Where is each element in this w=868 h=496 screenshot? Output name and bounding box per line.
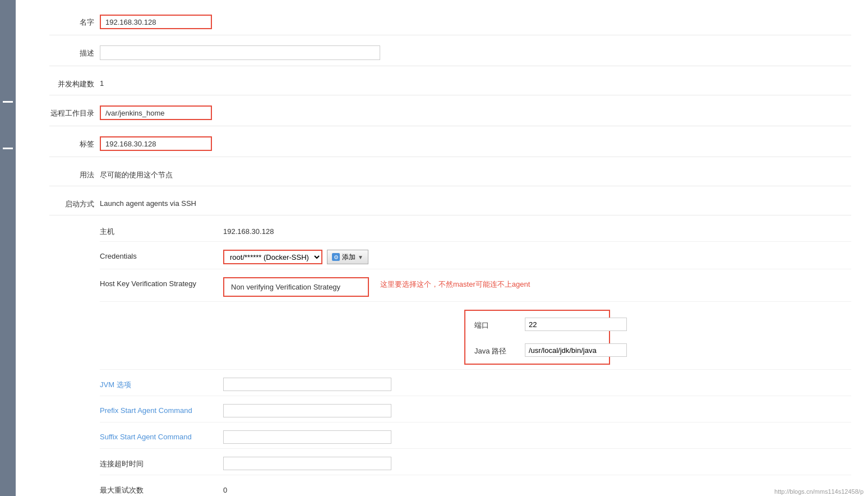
tags-row: 标签 [49, 133, 851, 157]
concurrent-builds-value: 1 [100, 76, 851, 88]
name-value [100, 15, 851, 29]
url-bar: http://blogs.cn/mms114s12458/p [770, 487, 868, 496]
name-row: 名字 [49, 11, 851, 35]
description-row: 描述 [49, 42, 851, 66]
remote-workdir-value [100, 105, 851, 120]
launch-method-text: Launch agent agents via SSH [100, 196, 196, 208]
name-label: 名字 [49, 15, 100, 27]
credentials-row: Credentials root/****** (Docker-SSH) ⚙ 添… [100, 247, 851, 269]
dropdown-arrow-icon: ▼ [358, 254, 363, 260]
sidebar-toggle-2[interactable] [3, 148, 13, 149]
usage-text: 尽可能的使用这个节点 [100, 167, 173, 180]
suffix-command-row: Suffix Start Agent Command [100, 428, 851, 449]
launch-method-label: 启动方式 [49, 196, 100, 209]
jvm-options-label: JVM 选项 [100, 378, 223, 390]
credentials-label: Credentials [100, 250, 223, 260]
jvm-options-input[interactable] [223, 378, 391, 391]
connection-timeout-row: 连接超时时间 [100, 454, 851, 475]
tags-input[interactable] [100, 136, 212, 151]
java-path-label-inline: Java 路径 [474, 344, 519, 356]
description-input[interactable] [100, 45, 380, 60]
connection-timeout-label: 连接超时时间 [100, 457, 223, 469]
add-button-label: 添加 [342, 252, 355, 262]
description-value [100, 45, 851, 60]
host-text: 192.168.30.128 [223, 224, 274, 236]
concurrent-builds-text: 1 [100, 76, 104, 88]
concurrent-builds-label: 并发构建数 [49, 76, 100, 89]
port-java-box: 端口 Java 路径 [464, 310, 610, 365]
description-label: 描述 [49, 45, 100, 58]
tags-label: 标签 [49, 136, 100, 149]
prefix-command-row: Prefix Start Agent Command [100, 402, 851, 422]
launch-method-row: 启动方式 Launch agent agents via SSH [49, 193, 851, 215]
sidebar-toggle-1[interactable] [3, 101, 13, 103]
max-retries-value: 0 [223, 483, 851, 494]
port-label-inline: 端口 [474, 318, 519, 330]
host-key-verification-row: Host Key Verification Strategy Non verif… [100, 275, 851, 302]
verification-strategy-text: Non verifying Verification Strategy [231, 283, 340, 291]
annotation-text: 这里要选择这个，不然master可能连不上agent [380, 277, 530, 290]
credentials-value: root/****** (Docker-SSH) ⚙ 添加 ▼ [223, 250, 851, 264]
max-retries-text: 0 [223, 483, 227, 494]
prefix-command-label: Prefix Start Agent Command [100, 404, 223, 415]
port-java-value: 端口 Java 路径 [223, 310, 851, 365]
suffix-command-label: Suffix Start Agent Command [100, 430, 223, 441]
remote-workdir-row: 远程工作目录 [49, 102, 851, 126]
verification-strategy-box[interactable]: Non verifying Verification Strategy [223, 277, 369, 297]
suffix-command-value [223, 430, 851, 444]
prefix-command-input[interactable] [223, 404, 391, 417]
usage-row: 用法 尽可能的使用这个节点 [49, 164, 851, 186]
connection-timeout-value [223, 457, 851, 470]
concurrent-builds-row: 并发构建数 1 [49, 73, 851, 95]
credentials-select[interactable]: root/****** (Docker-SSH) [223, 250, 322, 264]
host-row: 主机 192.168.30.128 [100, 222, 851, 242]
host-value: 192.168.30.128 [223, 224, 851, 236]
max-retries-label: 最大重试次数 [100, 483, 223, 495]
usage-label: 用法 [49, 167, 100, 180]
launch-method-value: Launch agent agents via SSH [100, 196, 851, 208]
host-key-verification-label: Host Key Verification Strategy [100, 277, 223, 288]
add-icon: ⚙ [332, 253, 340, 261]
remote-workdir-input[interactable] [100, 105, 212, 120]
connection-timeout-input[interactable] [223, 457, 391, 470]
java-path-input[interactable] [525, 343, 627, 357]
host-label: 主机 [100, 224, 223, 237]
usage-value: 尽可能的使用这个节点 [100, 167, 851, 180]
name-input[interactable] [100, 15, 212, 29]
port-java-row: 端口 Java 路径 [100, 307, 851, 370]
jvm-options-value [223, 378, 851, 391]
add-credentials-button[interactable]: ⚙ 添加 ▼ [327, 250, 368, 264]
host-key-verification-value: Non verifying Verification Strategy 这里要选… [223, 277, 851, 297]
suffix-command-input[interactable] [223, 430, 391, 444]
tags-value [100, 136, 851, 151]
jvm-options-row: JVM 选项 [100, 375, 851, 396]
remote-workdir-label: 远程工作目录 [49, 105, 100, 118]
max-retries-row: 最大重试次数 0 [100, 481, 851, 496]
prefix-command-value [223, 404, 851, 417]
port-input[interactable] [525, 318, 627, 331]
